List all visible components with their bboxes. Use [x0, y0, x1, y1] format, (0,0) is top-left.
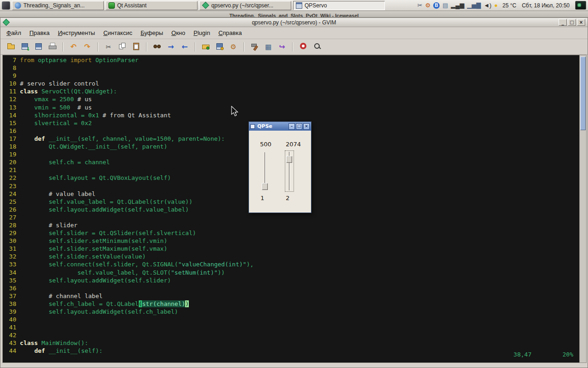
cursor-position: 38,47 — [514, 351, 531, 358]
find-button[interactable] — [150, 40, 164, 53]
menu-window[interactable]: Окно — [167, 28, 189, 38]
net-monitor-icon[interactable]: ▁▅▇ — [467, 2, 481, 9]
print-button[interactable] — [45, 40, 59, 53]
help-button[interactable] — [296, 40, 310, 53]
menu-syntax[interactable]: Синтаксис — [99, 28, 136, 38]
copy-icon — [118, 42, 127, 50]
open-button[interactable] — [4, 40, 18, 53]
taskbar: Threading,_Signals_an... Qt Assistant qp… — [0, 0, 588, 11]
menu-plugin[interactable]: Plugin — [189, 28, 214, 38]
line-number: 30 — [6, 237, 20, 244]
toolbar-separator — [195, 42, 196, 52]
gvim-toolbar — [0, 39, 588, 55]
klipper-icon[interactable]: ✂ — [418, 2, 423, 9]
paste-icon — [131, 42, 141, 50]
cut-button[interactable] — [102, 40, 115, 53]
scrollbar-thumb[interactable] — [580, 57, 586, 130]
line-number: 39 — [6, 308, 20, 315]
taskbar-button-qpservo[interactable]: QPServo — [293, 1, 385, 10]
line-number: 43 — [6, 339, 20, 346]
find-help-icon — [312, 42, 322, 50]
gvim-menubar: Файл Правка Инструменты Синтаксис Буферы… — [0, 27, 588, 39]
copy-button[interactable] — [115, 40, 129, 53]
bluetooth-icon[interactable]: B — [433, 2, 440, 9]
taskbar-button-label: Threading,_Signals_an... — [23, 2, 85, 9]
clock[interactable]: Сбт, 18 Июл, 20:50 — [522, 2, 570, 9]
servo1-slider[interactable] — [261, 151, 269, 191]
weather-icon[interactable]: ● — [494, 2, 498, 9]
toolbar-separator — [97, 42, 98, 52]
jump-tag-button[interactable] — [275, 40, 289, 53]
minimize-button[interactable]: _ — [559, 19, 567, 26]
make-button[interactable] — [248, 40, 261, 53]
panel-menu-icon[interactable] — [2, 1, 10, 10]
menu-edit[interactable]: Правка — [25, 28, 54, 38]
servo2-slider[interactable] — [285, 151, 294, 191]
run-script-button[interactable] — [226, 40, 240, 53]
volume-icon[interactable]: ◄) — [484, 2, 492, 9]
taskbar-button-iceweasel[interactable]: Threading,_Signals_an... — [12, 1, 104, 10]
code-line: 13 vmin = 500 # us — [6, 104, 579, 111]
save-all-button[interactable] — [32, 40, 45, 53]
menu-tools[interactable]: Инструменты — [54, 28, 99, 38]
line-number: 26 — [6, 206, 20, 213]
servo1-slider-handle[interactable] — [262, 183, 268, 190]
build-tags-button[interactable] — [261, 40, 275, 53]
save-session-button[interactable] — [213, 40, 226, 53]
find-prev-button[interactable] — [178, 40, 192, 53]
qpservo-icon — [296, 2, 302, 9]
servo2-value-label: 2074 — [286, 141, 301, 148]
save-button[interactable] — [18, 40, 32, 53]
line-number: 18 — [6, 143, 20, 150]
gvim-titlebar[interactable]: qpservo.py (~/src/qpservo) - GVIM _ □ × — [0, 18, 588, 27]
find-help-button[interactable] — [310, 40, 324, 53]
paste-button[interactable] — [129, 40, 143, 53]
line-number: 17 — [6, 135, 20, 142]
iceweasel-window-titlebar[interactable]: Threading,_Signals_and_Slots_PyQt_Wiki -… — [0, 11, 588, 17]
redo-button[interactable] — [80, 40, 94, 53]
printer-applet-icon[interactable]: ▤ — [442, 2, 448, 9]
ksysguard-icon[interactable]: ⚙ — [425, 2, 430, 9]
taskbar-button-qt-assistant[interactable]: Qt Assistant — [106, 1, 198, 10]
line-number: 19 — [6, 151, 20, 158]
find-next-button[interactable] — [164, 40, 178, 53]
line-number: 28 — [6, 222, 20, 229]
line-number: 29 — [6, 230, 20, 236]
taskbar-button-label: Qt Assistant — [117, 2, 147, 9]
taskbar-button-label: QPServo — [305, 2, 327, 9]
network-signal-icon[interactable]: ▂▄▆ — [451, 2, 464, 9]
code-line: 37 # channel label — [6, 292, 579, 300]
vim-icon — [202, 2, 209, 9]
iceweasel-icon — [15, 2, 21, 9]
desktop-pager-icon[interactable] — [575, 1, 586, 10]
menu-file[interactable]: Файл — [2, 28, 25, 38]
code-line: 33 self.connect(self.slider, Qt.SIGNAL("… — [6, 260, 579, 268]
qpservo-minimize-button[interactable]: – — [288, 123, 295, 130]
qpservo-body: 500 2074 1 2 — [249, 131, 311, 213]
mouse-cursor — [231, 106, 239, 117]
servo1-value-label: 500 — [260, 141, 271, 148]
code-line: 11 class ServoCtl(Qt.QWidget): — [6, 87, 579, 95]
qpservo-close-button[interactable]: × — [303, 123, 310, 130]
line-number: 38 — [6, 300, 20, 307]
editor-scrollbar[interactable] — [579, 55, 587, 363]
line-number: 35 — [6, 277, 20, 284]
load-session-button[interactable] — [199, 40, 213, 53]
line-number: 44 — [6, 347, 20, 354]
menu-help[interactable]: Справка — [214, 28, 246, 38]
line-number: 11 — [6, 88, 20, 95]
maximize-button[interactable]: □ — [568, 19, 576, 26]
qpservo-maximize-button[interactable]: □ — [296, 123, 302, 130]
line-number: 27 — [6, 214, 20, 221]
qpservo-titlebar[interactable]: QPSe – □ × — [249, 122, 311, 131]
close-button[interactable]: × — [577, 19, 585, 26]
menu-buffers[interactable]: Буферы — [136, 28, 167, 38]
line-number: 10 — [6, 80, 20, 87]
qpservo-window-icon — [250, 124, 255, 129]
qt-assistant-icon — [108, 2, 115, 9]
undo-icon — [69, 43, 78, 51]
save-all-icon — [34, 42, 43, 50]
undo-button[interactable] — [67, 40, 80, 53]
servo2-slider-handle[interactable] — [286, 156, 292, 163]
taskbar-button-gvim[interactable]: qpservo.py (~/src/qpser... — [199, 1, 291, 10]
